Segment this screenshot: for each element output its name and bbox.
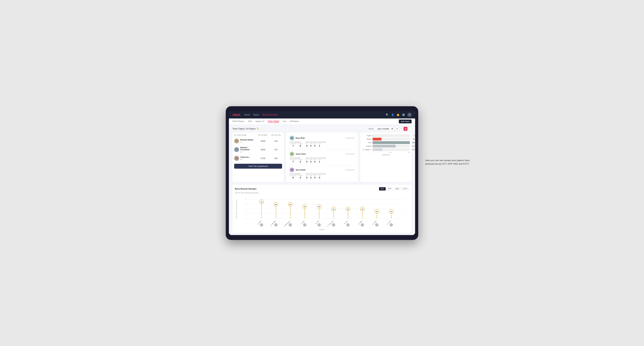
rank-badge-3: ♦ 3 (240, 159, 250, 161)
bar-label: Eagles (362, 135, 372, 137)
filter-putt[interactable]: PUTT (402, 187, 409, 190)
bar-fill (372, 141, 410, 144)
search-icon[interactable]: 🔍 (386, 113, 389, 116)
navbar: clippd Home Teams My Performance 🔍 👤 🔔 ⚙… (229, 111, 415, 119)
score-1: 19/20 (256, 140, 270, 142)
col-pb-score: PB SCORE (256, 134, 270, 136)
filter-ott[interactable]: OTT (379, 187, 386, 190)
rees-name: Rees Britt (296, 137, 305, 139)
player-info-1: RB Richard Butler ♦ 1 (234, 139, 256, 144)
subnav-hcaps[interactable]: Hcaps 1-5 (256, 120, 264, 123)
subnav-pga[interactable]: PGA (248, 120, 252, 123)
annotation: Here you can see streaks your players ha… (425, 159, 471, 166)
svg-text:5x: 5x (318, 206, 320, 208)
avatar-2: EC (234, 147, 239, 152)
filter-arg[interactable]: ARG (394, 187, 401, 190)
tablet-frame: clippd Home Teams My Performance 🔍 👤 🔔 ⚙… (226, 106, 418, 240)
player-card-josh: JC Josh Coles 26 Aug 2023 Total Rounds T… (288, 150, 356, 165)
bar-row: Pars 499 (362, 141, 410, 144)
avg-2: 107 (270, 149, 282, 151)
table-view-button[interactable]: ⋮ (408, 127, 412, 131)
bar-value: 499 (412, 142, 415, 144)
bar-chart-inner: Eagles 3 Birdies 96 Pars 499 Bogeys (362, 134, 410, 151)
view-leaderboard-button[interactable]: View Full Leaderboard (234, 164, 282, 169)
filter-app[interactable]: APP (386, 187, 393, 190)
subnav: PGAT Players PGA Hcaps 1-5 Team Clippd T… (229, 119, 415, 125)
col-pb-avg: PB AVG SQ (270, 134, 282, 136)
rees-date: 02 Sep 2023 (346, 137, 354, 139)
add-team-button[interactable]: Add Team (399, 120, 412, 123)
josh-avatar: JC (290, 152, 294, 156)
bar-fill (372, 148, 382, 151)
list-view-button[interactable]: ≡ (399, 127, 403, 131)
streaks-title: Best Round Streaks (235, 187, 256, 190)
player-card-rees: RB Rees Britt 02 Sep 2023 Total Rounds T… (288, 134, 356, 149)
bar-value: 96 (413, 138, 415, 140)
rank-badge-1: ♦ 1 (240, 141, 254, 143)
svg-text:8: 8 (246, 199, 246, 200)
tablet-screen: clippd Home Teams My Performance 🔍 👤 🔔 ⚙… (229, 111, 415, 235)
josh-date: 26 Aug 2023 (346, 153, 354, 155)
edit-icon[interactable]: ✏️ (257, 128, 259, 130)
view-icons: ⊞ ≡ ▦ ⋮ (395, 127, 412, 131)
bar-track: 3 (372, 134, 410, 137)
col-player-name: PLAYER NAME (234, 134, 256, 136)
subnav-team-clippd[interactable]: Team Clippd (268, 120, 279, 123)
bar-value: 311 (412, 145, 415, 147)
logo: clippd (232, 113, 240, 116)
bar-chart-card: Eagles 3 Birdies 96 Pars 499 Bogeys (360, 133, 412, 182)
bell-icon[interactable]: 🔔 (396, 113, 400, 116)
subnav-tour[interactable]: Tour (282, 120, 286, 123)
bar-fill (372, 145, 396, 148)
avatar-1: RB (234, 139, 239, 144)
avatar[interactable]: U (408, 113, 412, 117)
josh-name: Josh Coles (296, 153, 306, 155)
lollipop-chart-wrapper: Best Streak, Fairway Accuracy024687xE. E… (235, 196, 409, 230)
alex-date: 20 Aug 2023 (346, 169, 354, 171)
table-row: EC Edward Crossman ♦ 2 18/20 107 (234, 145, 282, 155)
svg-text:7x: 7x (260, 201, 262, 203)
alex-name: Alex Smith (296, 169, 306, 171)
svg-text:Best Streak, Fairway Accuracy: Best Streak, Fairway Accuracy (236, 199, 237, 218)
pdc-header-alex: AS Alex Smith 20 Aug 2023 (290, 168, 354, 172)
alex-stats: Total Rounds Tournament 8 Practice 4 (290, 173, 354, 179)
settings-icon[interactable]: ⚙️ (402, 113, 405, 116)
players-axis-label: Players (235, 229, 409, 230)
table-row: RB Richard Butler ♦ 1 19/20 110 (234, 137, 282, 145)
player-detail-cards: RB Rees Britt 02 Sep 2023 Total Rounds T… (286, 133, 358, 182)
three-col-layout: PLAYER NAME PB SCORE PB AVG SQ RB Richar… (232, 133, 412, 182)
svg-text:6x: 6x (275, 203, 277, 205)
grid-view-button[interactable]: ⊞ (395, 127, 399, 131)
bar-row: Birdies 96 (362, 138, 410, 141)
svg-point-30 (303, 223, 306, 227)
score-3: 17/20 (256, 157, 270, 159)
rank-badge-2: ♦ 2 (240, 151, 256, 153)
bar-value: 131 (412, 149, 415, 151)
bar-track: 499 (372, 141, 410, 144)
svg-text:2: 2 (246, 213, 246, 215)
table-header: PLAYER NAME PB SCORE PB AVG SQ (234, 134, 282, 137)
svg-text:4x: 4x (333, 208, 334, 210)
card-view-button[interactable]: ▦ (404, 127, 408, 131)
player-info-3: CA Cameron... ♦ 3 (234, 156, 256, 161)
rees-stats: Total Rounds Tournament 7 Practice 6 (290, 141, 354, 147)
subnav-pgat[interactable]: PGAT Players (232, 120, 244, 123)
nav-home[interactable]: Home (244, 114, 250, 116)
avg-3: 103 (270, 157, 282, 159)
score-2: 18/20 (256, 149, 270, 151)
bar-chart-title: Total Shots (362, 154, 410, 156)
bar-track: 311 (372, 145, 410, 148)
svg-text:6x: 6x (290, 203, 291, 205)
chart-subtitle: Off The Tee, Fairway Accuracy (235, 192, 409, 194)
user-icon[interactable]: 👤 (391, 113, 394, 116)
bar-fill (372, 134, 373, 137)
bar-row: Bogeys 311 (362, 145, 410, 148)
player-name-1: Richard Butler (240, 139, 254, 141)
nav-my-performance[interactable]: My Performance (262, 114, 278, 116)
rees-avatar: RB (290, 136, 294, 140)
annotation-text: Here you can see streaks your players ha… (425, 159, 471, 166)
period-dropdown[interactable]: Last 3 months Last 6 months Last year (375, 127, 394, 131)
subnav-all-players[interactable]: All Players (290, 120, 299, 123)
nav-links: Home Teams My Performance (244, 114, 278, 116)
nav-teams[interactable]: Teams (253, 114, 259, 116)
